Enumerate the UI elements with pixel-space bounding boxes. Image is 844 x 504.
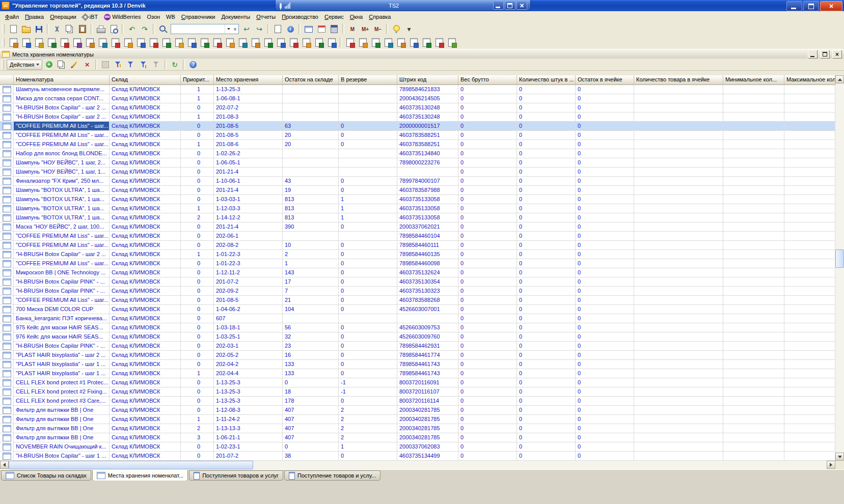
column-header-min-qty[interactable]: Минимальное кол... [723, 75, 784, 85]
custom-icon-22[interactable] [275, 36, 287, 48]
print-preview-icon[interactable] [107, 23, 120, 35]
save-icon[interactable] [33, 23, 45, 35]
custom-icon-12[interactable] [147, 36, 159, 48]
column-header-cell-stock[interactable]: Остаток в ячейке [576, 75, 634, 85]
toolbar-grip[interactable] [2, 60, 4, 69]
table-row[interactable]: "H-BRUSH Botox Capilar" - шаг 2 ...Склад… [0, 113, 835, 122]
table-row[interactable]: "PLAST HAIR bixyplastia" - шаг 1 ...Скла… [0, 369, 835, 378]
toolbar-grip[interactable] [2, 24, 5, 34]
scroll-down-button[interactable] [835, 453, 844, 461]
table-row[interactable]: Шампунь "НОУ ВЕЙВС", 1 шаг, 1...Склад КЛ… [0, 167, 835, 177]
mdi-close-button[interactable] [832, 50, 842, 59]
memory-add-button[interactable]: M+ [359, 23, 371, 35]
calculator-icon[interactable] [328, 23, 340, 35]
menu-item-ozon[interactable]: Озон [144, 12, 163, 21]
custom-icon-27[interactable] [344, 36, 356, 48]
copy-icon[interactable] [64, 23, 76, 35]
find-next-icon[interactable]: ↪ [253, 23, 265, 35]
table-row[interactable]: "H-BRUSH Botox Capilar" - шаг 1 ...Склад… [0, 452, 835, 461]
custom-icon-15[interactable] [185, 36, 198, 48]
interval-button[interactable] [99, 59, 112, 71]
table-row[interactable]: "COFFEE PREMIUM All Liss" - шаг...Склад … [0, 140, 835, 149]
custom-icon-11[interactable] [134, 36, 147, 48]
table-row[interactable]: Маска "НОУ ВЕЙВС", 2 шаг, 100...Склад КЛ… [0, 222, 835, 232]
filter-button[interactable] [125, 59, 137, 71]
rdp-restore-button[interactable] [505, 1, 515, 10]
clear-filter-button[interactable] [150, 59, 162, 71]
column-header-gross-weight[interactable]: Вес брутто [458, 75, 517, 85]
show-list-icon[interactable] [271, 23, 284, 35]
table-row[interactable]: "PLAST HAIR bixyplastia" - шаг 1 ...Скла… [0, 360, 835, 369]
custom-icon-34[interactable] [433, 36, 445, 48]
column-header-priority[interactable]: Приорит... [181, 75, 214, 85]
find-icon[interactable] [157, 23, 169, 35]
toolbar-grip[interactable] [2, 38, 5, 47]
delete-button[interactable] [81, 59, 93, 71]
table-row[interactable]: "PLAST HAIR bixyplastia" - шаг 2 ...Скла… [0, 351, 835, 360]
search-dropdown-icon[interactable] [225, 24, 232, 34]
table-row[interactable]: "H-BRUSH Botox Capilar PINK" - ...Склад … [0, 277, 835, 287]
custom-icon-33[interactable] [420, 36, 432, 48]
table-row[interactable]: "H-BRUSH Botox Capilar PINK" - ...Склад … [0, 342, 835, 351]
menu-item-documents[interactable]: Документы [219, 12, 254, 21]
table-row[interactable]: "COFFEE PREMIUM All Liss" - шаг...Склад … [0, 131, 835, 140]
column-header-location[interactable]: Место хранения [214, 75, 283, 85]
help-button[interactable] [187, 59, 199, 71]
scroll-left-button[interactable] [0, 461, 9, 469]
spreadsheet-icon[interactable] [303, 23, 315, 35]
menu-item-service[interactable]: Сервис [321, 12, 347, 21]
table-row[interactable]: Шампунь "НОУ ВЕЙВС", 1 шаг, 2...Склад КЛ… [0, 158, 835, 167]
table-row[interactable]: "H-BRUSH Botox Capilar" - шаг 2 ...Склад… [0, 103, 835, 113]
custom-icon-7[interactable] [84, 36, 96, 48]
search-clear-icon[interactable] [232, 26, 238, 32]
rdp-close-button[interactable] [516, 1, 527, 10]
custom-icon-20[interactable] [249, 36, 261, 48]
table-row[interactable]: Фильтр для вытяжки BB | OneСклад КЛИМОВС… [0, 424, 835, 433]
mdi-minimize-button[interactable] [808, 50, 818, 59]
table-row[interactable]: Банка_kerarganic ПЭТ коричнева...Склад К… [0, 314, 835, 323]
menu-item-file[interactable]: Файл [2, 12, 22, 21]
table-row[interactable]: Шампунь "BOTOX ULTRA", 1 ша...Склад КЛИМ… [0, 204, 835, 213]
table-row[interactable]: CELL FLEX bond protect #3 Care,...Склад … [0, 397, 835, 406]
find-previous-icon[interactable]: ↩ [240, 23, 253, 35]
custom-icon-35[interactable] [446, 36, 458, 48]
window-tab[interactable]: Поступления товаров и услуг [189, 470, 283, 481]
custom-icon-28[interactable] [357, 36, 369, 48]
mdi-restore-button[interactable] [820, 50, 830, 59]
menu-item-edit[interactable]: Правка [22, 12, 47, 21]
column-header-reserve[interactable]: В резерве [339, 75, 397, 85]
copy-item-button[interactable] [56, 59, 68, 71]
table-row[interactable]: Миска для состава серая CONT...Склад КЛИ… [0, 94, 835, 103]
horizontal-scroll-thumb[interactable] [9, 461, 253, 469]
table-row[interactable]: 700 Миска DEMI COLOR CUPСклад КЛИМОВСК01… [0, 305, 835, 314]
menu-item-reports[interactable]: Отчеты [253, 12, 279, 21]
table-row[interactable]: "H-BRUSH Botox Capilar" - шаг 2 ...Склад… [0, 250, 835, 259]
scroll-right-button[interactable] [827, 461, 835, 469]
window-tab[interactable]: Поступление товаров и услу... [284, 470, 380, 481]
table-row[interactable]: "COFFEE PREMIUM All Liss" - шаг...Склад … [0, 232, 835, 241]
custom-icon-4[interactable] [45, 36, 58, 48]
table-row[interactable]: "H-BRUSH Botox Capilar PINK" - ...Склад … [0, 287, 835, 296]
column-header-nomenclature[interactable]: Номенклатура [14, 75, 110, 85]
edit-button[interactable] [68, 59, 80, 71]
pin-icon[interactable] [280, 3, 282, 8]
scroll-up-button[interactable] [835, 75, 844, 83]
new-document-icon[interactable] [7, 23, 19, 35]
column-header-max-qty[interactable]: Максимальное кол... [784, 75, 835, 85]
refresh-button[interactable]: ↻ [169, 59, 181, 71]
vertical-scroll-thumb[interactable] [835, 249, 844, 268]
table-row[interactable]: Микроскоп BB | ONE Technology ...Склад К… [0, 268, 835, 277]
filter-by-value-button[interactable] [138, 59, 150, 71]
horizontal-scrollbar[interactable] [0, 461, 835, 469]
actions-menu-button[interactable]: Действия [7, 60, 42, 70]
table-row[interactable]: "COFFEE PREMIUM All Liss" - шаг...Склад … [0, 296, 835, 305]
custom-icon-2[interactable] [20, 36, 32, 48]
table-row[interactable]: Шампунь мгновенное выпрямле...Склад КЛИМ… [0, 85, 835, 94]
filter-settings-button[interactable] [112, 59, 124, 71]
custom-icon-1[interactable] [7, 36, 19, 48]
custom-icon-10[interactable] [122, 36, 134, 48]
undo-icon[interactable]: ↶ [126, 23, 138, 35]
table-row[interactable]: "COFFEE PREMIUM All Liss" - шаг...Склад … [0, 241, 835, 250]
menu-item-production[interactable]: Производство [279, 12, 321, 21]
window-minimize-button[interactable] [786, 1, 802, 11]
